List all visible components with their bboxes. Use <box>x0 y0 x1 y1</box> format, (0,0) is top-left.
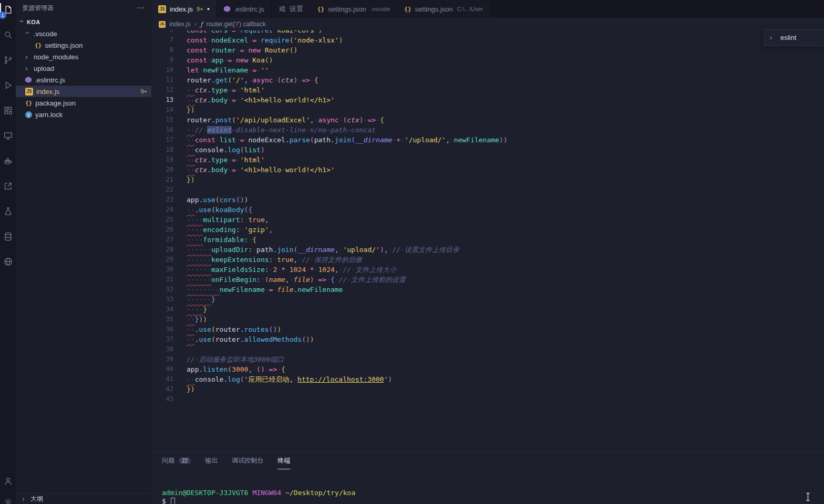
code-editor[interactable]: 6const·cors·=·require('koa2-cors')7const… <box>151 30 824 452</box>
line-number: 35 <box>151 314 173 324</box>
tree-item-index-js[interactable]: JS index.js 9+ <box>16 86 151 97</box>
code-line[interactable]: 34····} <box>151 304 824 314</box>
code-line[interactable]: 38 <box>151 344 824 354</box>
search-icon[interactable] <box>1 28 15 41</box>
database-icon[interactable] <box>1 229 15 243</box>
settings-gear-icon[interactable] <box>1 495 15 504</box>
code-line[interactable]: 15router.post('/api/uploadExcel',·async·… <box>151 115 824 125</box>
js-icon: JS <box>25 88 33 96</box>
code-line[interactable]: 25····multipart:·true, <box>151 215 824 225</box>
code-line[interactable]: 39//·启动服务监听本地3000端口 <box>151 354 824 364</box>
tab-label: .eslintrc.js <box>234 5 264 13</box>
tree-item-node-modules[interactable]: › node_modules <box>16 51 151 62</box>
live-share-icon[interactable] <box>1 179 15 193</box>
code-line[interactable]: 13··ctx.body·=·'<h1>hello·world!</h1>' <box>151 95 824 105</box>
more-actions-icon[interactable]: ⋯ <box>137 3 145 13</box>
tree-item-upload[interactable]: › upload <box>16 62 151 74</box>
outline-section[interactable]: › 大纲 <box>16 493 151 504</box>
code-line[interactable]: 43 <box>151 394 824 404</box>
tab-label: settings.json <box>415 5 453 13</box>
tab-settings-json-vscode[interactable]: {} settings.json .vscode <box>311 0 397 18</box>
chevron-right-icon: › <box>194 20 197 28</box>
breadcrumb-file[interactable]: index.js <box>169 20 191 28</box>
accounts-icon[interactable] <box>1 474 15 488</box>
remote-explorer-icon[interactable] <box>1 129 15 142</box>
terminal[interactable]: admin@DESKTOP-J3JVGT6MINGW64~/Desktop/tr… <box>151 489 824 504</box>
tree-item-vscode[interactable]: › .vscode <box>16 28 151 39</box>
code-line[interactable]: 17··const·list·=·nodeExcel.parse(path.jo… <box>151 135 824 145</box>
bottom-panel: 问题 22 输出 调试控制台 终端 admin@DESKTOP-J3JVGT6M… <box>151 452 824 504</box>
terminal-prompt-symbol: $ <box>162 497 166 504</box>
code-line[interactable]: 14}) <box>151 105 824 115</box>
code-line[interactable]: 42}) <box>151 384 824 394</box>
code-line[interactable]: 29······keepExtensions:·true,·//·保持文件的后缀 <box>151 255 824 265</box>
code-line[interactable]: 37··.use(router.allowedMethods()) <box>151 334 824 344</box>
panel-tab-terminal[interactable]: 终端 <box>277 452 290 469</box>
explorer-icon[interactable]: 1 <box>1 3 15 16</box>
code-line[interactable]: 27····formidable:·{ <box>151 235 824 245</box>
tab-eslintrc[interactable]: .eslintrc.js <box>217 0 272 18</box>
run-debug-icon[interactable] <box>1 78 15 92</box>
code-line[interactable]: 6const·cors·=·require('koa2-cors') <box>151 30 824 35</box>
code-line[interactable]: 7const·nodeExcel·=·require('node-xlsx') <box>151 35 824 45</box>
tab-index-js[interactable]: JS index.js 9+ ● <box>151 0 217 18</box>
activity-bar-bottom <box>1 474 15 504</box>
code-line[interactable]: 23app.use(cors()) <box>151 195 824 205</box>
code-line[interactable]: 22 <box>151 185 824 195</box>
line-number: 37 <box>151 334 173 344</box>
line-number: 26 <box>151 225 173 235</box>
code-line[interactable]: 16··//·eslint-disable-next-line·n/no-pat… <box>151 125 824 135</box>
code-line[interactable]: 9const·app·=·new·Koa() <box>151 55 824 65</box>
explorer-sidebar: 资源管理器 ⋯ › KOA › .vscode {} settings.json… <box>16 0 151 504</box>
code-line[interactable]: 32········newFilename·=·file.newFilename <box>151 285 824 295</box>
code-line[interactable]: 21}) <box>151 175 824 185</box>
docker-icon[interactable] <box>1 154 15 167</box>
code-line[interactable]: 28······uploadDir:·path.join(__dirname,·… <box>151 245 824 255</box>
sidebar-header: 资源管理器 ⋯ <box>16 0 151 16</box>
panel-tab-problems[interactable]: 问题 22 <box>162 452 191 469</box>
code-line[interactable]: 11router.get('/',·async·(ctx)·=>·{ <box>151 75 824 85</box>
chevron-right-icon: › <box>22 495 27 502</box>
breadcrumb[interactable]: JS index.js › ƒ router.get('/') callback <box>151 18 824 30</box>
testing-icon[interactable] <box>1 204 15 218</box>
editor-group: JS index.js 9+ ● .eslintrc.js 设置 {} sett… <box>151 0 824 504</box>
terminal-cwd: ~/Desktop/try/koa <box>285 489 355 497</box>
code-line[interactable]: 26····encoding:·'gzip', <box>151 225 824 235</box>
code-line[interactable]: 12··ctx.type·=·'html' <box>151 85 824 95</box>
tree-item-settings-json[interactable]: {} settings.json <box>16 39 151 51</box>
modified-dot-icon[interactable]: ● <box>207 6 210 12</box>
source-control-icon[interactable] <box>1 53 15 67</box>
breadcrumb-symbol[interactable]: router.get('/') callback <box>207 20 266 28</box>
terminal-input-line[interactable]: $ <box>162 497 824 504</box>
line-number: 19 <box>151 155 173 165</box>
extensions-icon[interactable] <box>1 103 15 117</box>
code-line[interactable]: 36··.use(router.routes()) <box>151 324 824 334</box>
panel-tab-label: 问题 <box>162 456 174 465</box>
code-line[interactable]: 20··ctx.body·=·'<h1>hello·world!</h1>' <box>151 165 824 175</box>
code-line[interactable]: 10let·newFilename·=·'' <box>151 65 824 75</box>
code-line[interactable]: 31······onFileBegin:·(name,·file)·=>·{·/… <box>151 275 824 285</box>
line-number: 22 <box>151 185 173 195</box>
tree-item-eslintrc[interactable]: .eslintrc.js <box>16 74 151 86</box>
tab-description: C:\...\User <box>457 6 483 12</box>
code-line[interactable]: 33······} <box>151 295 824 304</box>
workspace-section-header[interactable]: › KOA <box>16 16 151 28</box>
code-line[interactable]: 41··console.log('应用已经启动,·http://localhos… <box>151 374 824 384</box>
code-line[interactable]: 40app.listen(3000,·()·=>·{ <box>151 364 824 374</box>
panel-tab-output[interactable]: 输出 <box>205 452 218 469</box>
tree-item-yarn-lock[interactable]: y yarn.lock <box>16 109 151 120</box>
tab-settings[interactable]: 设置 <box>272 0 311 18</box>
code-line[interactable]: 8const·router·=·new·Router() <box>151 45 824 55</box>
code-line[interactable]: 24··.use(koaBody({ <box>151 205 824 215</box>
code-line[interactable]: 18··console.log(list) <box>151 145 824 155</box>
eslint-label: eslint <box>780 34 796 41</box>
tree-item-package-json[interactable]: {} package.json <box>16 97 151 109</box>
tab-settings-json-user[interactable]: {} settings.json C:\...\User <box>397 0 490 18</box>
eslint-list-item[interactable]: › eslint <box>764 29 824 46</box>
browser-preview-icon[interactable] <box>1 255 15 268</box>
code-line[interactable]: 30······maxFieldsSize:·2·*·1024·*·1024,·… <box>151 265 824 275</box>
sidebar-title: 资源管理器 <box>22 4 54 13</box>
panel-tab-debug-console[interactable]: 调试控制台 <box>232 452 263 469</box>
code-line[interactable]: 19··ctx.type·=·'html' <box>151 155 824 165</box>
code-line[interactable]: 35··})) <box>151 314 824 324</box>
